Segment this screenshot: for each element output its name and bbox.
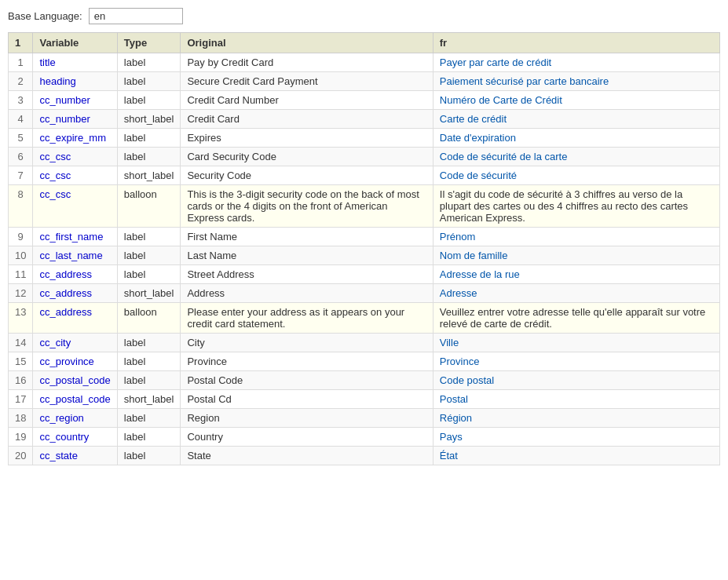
table-header-row: 1 Variable Type Original fr xyxy=(9,33,720,53)
row-type: label xyxy=(117,246,181,265)
row-type: short_label xyxy=(117,110,181,129)
row-variable: cc_last_name xyxy=(33,246,117,265)
row-type: label xyxy=(117,228,181,246)
row-variable: heading xyxy=(33,72,117,91)
row-original: Security Code xyxy=(181,166,433,185)
row-num: 11 xyxy=(9,265,33,284)
row-original: Pay by Credit Card xyxy=(181,53,433,72)
row-variable: cc_address xyxy=(33,303,117,334)
col-header-fr: fr xyxy=(433,33,719,53)
row-type: short_label xyxy=(117,166,181,185)
row-variable: cc_first_name xyxy=(33,228,117,246)
row-variable: cc_city xyxy=(33,334,117,352)
row-original: State xyxy=(181,447,433,465)
row-fr: Code de sécurité xyxy=(433,166,719,185)
row-variable: cc_state xyxy=(33,447,117,465)
table-row: 13cc_addressballoonPlease enter your add… xyxy=(9,303,720,334)
translations-table: 1 Variable Type Original fr 1titlelabelP… xyxy=(8,32,720,465)
row-num: 19 xyxy=(9,428,33,447)
row-variable: cc_postal_code xyxy=(33,390,117,409)
row-num: 3 xyxy=(9,91,33,110)
row-type: label xyxy=(117,447,181,465)
row-original: First Name xyxy=(181,228,433,246)
row-num: 1 xyxy=(9,53,33,72)
row-variable: cc_csc xyxy=(33,185,117,228)
row-fr: Pays xyxy=(433,428,719,447)
row-fr: Date d'expiration xyxy=(433,129,719,148)
row-num: 2 xyxy=(9,72,33,91)
row-original: Last Name xyxy=(181,246,433,265)
row-original: Province xyxy=(181,352,433,371)
row-num: 16 xyxy=(9,371,33,390)
row-variable: cc_address xyxy=(33,265,117,284)
row-variable: cc_country xyxy=(33,428,117,447)
base-language-input[interactable] xyxy=(89,8,183,24)
row-type: label xyxy=(117,352,181,371)
row-fr: Paiement sécurisé par carte bancaire xyxy=(433,72,719,91)
row-type: label xyxy=(117,91,181,110)
row-fr: Postal xyxy=(433,390,719,409)
table-row: 11cc_addresslabelStreet AddressAdresse d… xyxy=(9,265,720,284)
row-fr: Code de sécurité de la carte xyxy=(433,148,719,166)
row-original: Postal Cd xyxy=(181,390,433,409)
table-row: 4cc_numbershort_labelCredit CardCarte de… xyxy=(9,110,720,129)
row-variable: cc_postal_code xyxy=(33,371,117,390)
row-fr: Numéro de Carte de Crédit xyxy=(433,91,719,110)
table-row: 3cc_numberlabelCredit Card NumberNuméro … xyxy=(9,91,720,110)
row-num: 13 xyxy=(9,303,33,334)
row-fr: Adresse de la rue xyxy=(433,265,719,284)
row-original: Please enter your address as it appears … xyxy=(181,303,433,334)
table-row: 9cc_first_namelabelFirst NamePrénom xyxy=(9,228,720,246)
row-original: Postal Code xyxy=(181,371,433,390)
row-variable: cc_number xyxy=(33,110,117,129)
row-type: short_label xyxy=(117,284,181,303)
col-header-variable: Variable xyxy=(33,33,117,53)
row-num: 14 xyxy=(9,334,33,352)
row-fr: Nom de famille xyxy=(433,246,719,265)
row-original: Street Address xyxy=(181,265,433,284)
row-variable: cc_province xyxy=(33,352,117,371)
row-original: Country xyxy=(181,428,433,447)
row-original: Secure Credit Card Payment xyxy=(181,72,433,91)
row-original: This is the 3-digit security code on the… xyxy=(181,185,433,228)
row-fr: Province xyxy=(433,352,719,371)
table-row: 5cc_expire_mmlabelExpiresDate d'expirati… xyxy=(9,129,720,148)
row-variable: cc_region xyxy=(33,409,117,428)
row-variable: cc_address xyxy=(33,284,117,303)
row-original: Card Security Code xyxy=(181,148,433,166)
row-type: label xyxy=(117,371,181,390)
table-row: 16cc_postal_codelabelPostal CodeCode pos… xyxy=(9,371,720,390)
row-fr: Ville xyxy=(433,334,719,352)
table-row: 18cc_regionlabelRegionRégion xyxy=(9,409,720,428)
row-type: label xyxy=(117,148,181,166)
row-original: Address xyxy=(181,284,433,303)
row-variable: cc_expire_mm xyxy=(33,129,117,148)
row-type: label xyxy=(117,72,181,91)
row-fr: Région xyxy=(433,409,719,428)
table-row: 14cc_citylabelCityVille xyxy=(9,334,720,352)
row-num: 5 xyxy=(9,129,33,148)
col-header-type: Type xyxy=(117,33,181,53)
row-num: 9 xyxy=(9,228,33,246)
row-original: Credit Card xyxy=(181,110,433,129)
table-row: 17cc_postal_codeshort_labelPostal CdPost… xyxy=(9,390,720,409)
row-type: label xyxy=(117,265,181,284)
row-type: label xyxy=(117,129,181,148)
row-num: 6 xyxy=(9,148,33,166)
table-row: 2headinglabelSecure Credit Card PaymentP… xyxy=(9,72,720,91)
row-num: 8 xyxy=(9,185,33,228)
row-type: short_label xyxy=(117,390,181,409)
row-fr: État xyxy=(433,447,719,465)
row-type: balloon xyxy=(117,185,181,228)
table-row: 15cc_provincelabelProvinceProvince xyxy=(9,352,720,371)
base-language-row: Base Language: xyxy=(8,8,720,24)
row-variable: cc_csc xyxy=(33,166,117,185)
row-fr: Carte de crédit xyxy=(433,110,719,129)
row-variable: cc_csc xyxy=(33,148,117,166)
row-type: label xyxy=(117,428,181,447)
table-row: 20cc_statelabelStateÉtat xyxy=(9,447,720,465)
row-num: 20 xyxy=(9,447,33,465)
row-fr: Il s'agit du code de sécurité à 3 chiffr… xyxy=(433,185,719,228)
row-num: 7 xyxy=(9,166,33,185)
row-fr: Payer par carte de crédit xyxy=(433,53,719,72)
